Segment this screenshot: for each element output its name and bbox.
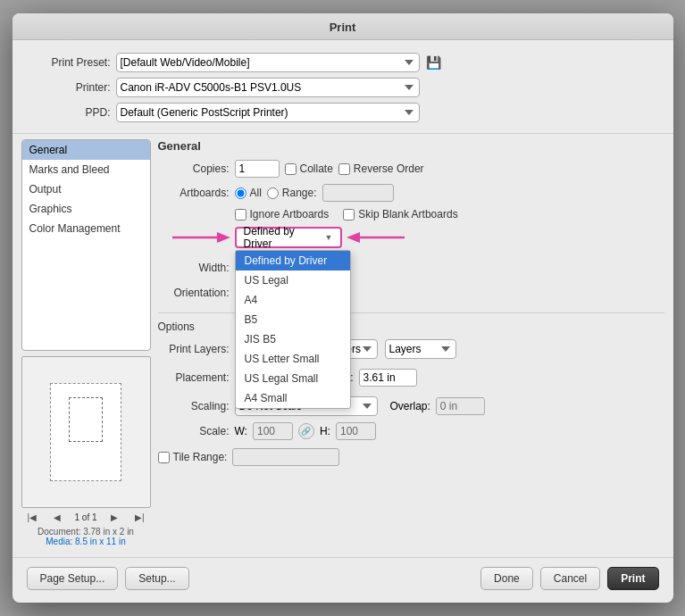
first-page-btn[interactable]: |◀ [25,512,40,523]
dropdown-item-us-letter-small[interactable]: US Letter Small [236,349,350,369]
ignore-artboards-checkbox[interactable] [235,209,246,221]
tile-range-label[interactable]: Tile Range: [158,451,228,463]
artboards-label: Artboards: [158,187,230,199]
dropdown-item-b5[interactable]: B5 [236,310,350,329]
range-radio[interactable] [267,187,279,199]
width-label: Width: [158,262,230,274]
panel-title: General [158,139,664,153]
dialog-title: Print [13,13,673,40]
ppd-select[interactable]: Default (Generic PostScript Printer) [116,103,420,122]
orientation-label: Orientation: [158,287,230,299]
dropdown-item-us-legal-small[interactable]: US Legal Small [236,369,350,388]
scale-w-input[interactable] [253,422,293,440]
svg-marker-2 [347,232,360,243]
left-arrow-svg [172,228,230,247]
left-arrow-annotation [172,228,230,247]
dropdown-item-us-legal[interactable]: US Legal [236,271,350,290]
overlap-input[interactable] [436,397,485,415]
scale-w-label: W: [235,425,247,437]
scale-label: Scale: [158,425,230,437]
sidebar-item-graphics[interactable]: Graphics [22,199,150,219]
copies-label: Copies: [158,162,230,175]
tile-range-checkbox[interactable] [158,452,170,463]
print-preview [21,356,151,508]
all-radio[interactable] [235,187,246,199]
range-radio-label[interactable]: Range: [267,187,317,199]
scale-h-label: H: [320,425,330,437]
preview-page [69,397,103,442]
sidebar-item-color-mgmt[interactable]: Color Management [22,219,150,238]
last-page-btn[interactable]: ▶| [132,512,147,523]
print-button[interactable]: Print [607,567,658,590]
reverse-order-label[interactable]: Reverse Order [338,162,424,175]
sidebar-item-output[interactable]: Output [22,179,150,199]
collate-checkbox[interactable] [285,163,297,175]
printer-select[interactable]: Canon iR-ADV C5000s-B1 PSV1.0US [116,78,420,97]
right-arrow-annotation [347,228,405,247]
printer-label: Printer: [30,81,111,94]
placement-label: Placement: [158,371,230,384]
done-button[interactable]: Done [480,567,533,590]
preview-navigation: |◀ ◀ 1 of 1 ▶ ▶| [21,510,151,525]
copies-input[interactable] [235,160,280,178]
document-size-info: Document: 3.78 in x 2 in Media: 8.5 in x… [21,525,151,548]
sidebar-item-general[interactable]: General [22,140,150,160]
skip-blank-checkbox[interactable] [343,209,355,221]
paper-size-chevron: ▼ [325,233,333,242]
page-indicator: 1 of 1 [74,512,96,522]
scale-h-input[interactable] [336,422,376,440]
setup-button[interactable]: Setup... [125,567,188,590]
cancel-button[interactable]: Cancel [540,567,600,590]
tile-range-input[interactable] [232,448,339,466]
print-preset-select[interactable]: [Default Web/Video/Mobile] [116,53,420,72]
print-layers-select2[interactable]: Layers [385,339,456,359]
print-preset-label: Print Preset: [30,56,111,69]
preview-paper [50,383,121,481]
ppd-label: PPD: [30,106,111,119]
dropdown-item-defined-by-driver[interactable]: Defined by Driver [236,251,350,271]
all-radio-label[interactable]: All [235,187,262,199]
dropdown-item-a4-small[interactable]: A4 Small [236,388,350,408]
scaling-label: Scaling: [158,400,230,412]
reverse-order-checkbox[interactable] [338,163,350,175]
y-input[interactable] [359,369,417,387]
options-label: Options [158,320,195,333]
save-preset-icon[interactable]: 💾 [425,54,443,71]
paper-size-value: Defined by Driver [244,225,325,250]
page-setup-button[interactable]: Page Setup... [27,567,119,590]
prev-page-btn[interactable]: ◀ [51,512,63,523]
paper-size-dropdown: Defined by Driver US Legal A4 B5 JIS B5 … [235,250,351,409]
dropdown-item-jis-b5[interactable]: JIS B5 [236,329,350,349]
print-layers-label: Print Layers: [158,343,230,355]
svg-marker-1 [217,232,230,243]
paper-size-button[interactable]: Defined by Driver ▼ [235,227,342,248]
collate-checkbox-label[interactable]: Collate [285,162,333,175]
overlap-label: Overlap: [390,400,430,412]
sidebar-item-marks-bleed[interactable]: Marks and Bleed [22,160,150,179]
skip-blank-label[interactable]: Skip Blank Artboards [343,208,457,221]
next-page-btn[interactable]: ▶ [108,512,121,523]
ignore-artboards-label[interactable]: Ignore Artboards [235,208,330,221]
right-arrow-svg [347,228,405,247]
dropdown-item-a4[interactable]: A4 [236,290,350,310]
range-input[interactable] [322,184,394,202]
link-scale-icon[interactable]: 🔗 [298,423,314,439]
